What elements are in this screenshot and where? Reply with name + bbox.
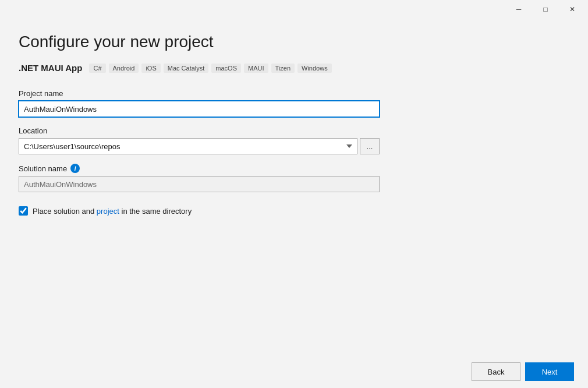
title-bar: ─ □ ✕	[0, 0, 588, 19]
page-title: Configure your new project	[19, 33, 569, 51]
project-name-group: Project name	[19, 89, 380, 117]
tag-tizen: Tizen	[271, 64, 295, 73]
project-type-name: .NET MAUI App	[19, 63, 82, 73]
location-group: Location C:\Users\user1\source\repos ...	[19, 126, 380, 154]
next-button[interactable]: Next	[525, 362, 574, 381]
solution-name-label: Solution name i	[19, 164, 380, 173]
maximize-button[interactable]: □	[532, 0, 559, 19]
location-row: C:\Users\user1\source\repos ...	[19, 138, 380, 154]
tag-csharp: C#	[89, 64, 105, 73]
browse-button[interactable]: ...	[360, 138, 380, 154]
back-button[interactable]: Back	[472, 362, 520, 381]
minimize-button[interactable]: ─	[505, 0, 532, 19]
tag-macos: macOS	[211, 64, 241, 73]
tag-android: Android	[109, 64, 139, 73]
project-type-row: .NET MAUI App C# Android iOS Mac Catalys…	[19, 63, 569, 73]
project-form: Project name Location C:\Users\user1\sou…	[19, 89, 380, 216]
tag-windows: Windows	[297, 64, 332, 73]
tag-mac-catalyst: Mac Catalyst	[164, 64, 209, 73]
location-select[interactable]: C:\Users\user1\source\repos	[19, 138, 357, 154]
tag-ios: iOS	[141, 64, 160, 73]
close-button[interactable]: ✕	[559, 0, 586, 19]
project-name-label: Project name	[19, 89, 380, 98]
solution-name-group: Solution name i	[19, 164, 380, 192]
same-directory-checkbox[interactable]	[19, 206, 28, 216]
same-directory-label[interactable]: Place solution and project in the same d…	[33, 207, 192, 216]
tag-maui: MAUI	[244, 64, 268, 73]
configure-project-window: ─ □ ✕ Configure your new project .NET MA…	[0, 0, 588, 388]
same-directory-checkbox-row: Place solution and project in the same d…	[19, 206, 380, 216]
project-name-input[interactable]	[19, 101, 380, 117]
footer: Back Next	[0, 355, 588, 388]
solution-name-input[interactable]	[19, 176, 380, 192]
main-content: Configure your new project .NET MAUI App…	[0, 19, 588, 355]
location-label: Location	[19, 126, 380, 135]
solution-name-info-icon[interactable]: i	[70, 164, 80, 173]
